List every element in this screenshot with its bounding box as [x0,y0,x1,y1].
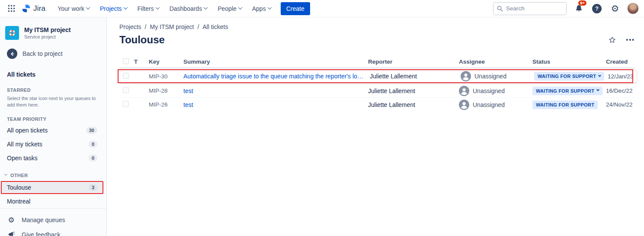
sidebar-item-toulouse[interactable]: Toulouse 3 [1,181,103,194]
starred-section-title: STARRED [0,80,106,94]
nav-item-people[interactable]: People [213,2,246,15]
nav-item-dashboards[interactable]: Dashboards [165,2,212,15]
create-button[interactable]: Create [281,2,310,15]
column-header-summary[interactable]: Summary [183,58,368,65]
nav-item-your-work[interactable]: Your work [53,2,94,15]
chevron-down-icon [596,88,599,91]
table-header-row: T Key Summary Reporter Assignee Status C… [119,55,635,68]
reporter-name: Juliette Lallement [370,73,461,80]
chevron-down-icon [598,74,601,77]
row-checkbox[interactable] [123,73,129,79]
column-header-assignee[interactable]: Assignee [459,58,532,65]
more-actions-button[interactable]: ••• [626,36,635,43]
column-header-reporter[interactable]: Reporter [368,58,459,65]
back-to-project-link[interactable]: Back to project [0,48,106,59]
gear-icon: ⚙ [7,217,16,224]
reporter-name: Juliette Lallement [368,87,459,94]
arrow-left-icon [7,48,17,59]
issue-summary-link[interactable]: test [183,87,368,94]
nav-item-projects[interactable]: Projects [96,2,131,15]
project-type: Service project [24,34,70,39]
sidebar-item-all-tickets[interactable]: All tickets [0,65,106,80]
user-avatar[interactable] [627,3,639,14]
count-badge: 0 [89,141,97,148]
notifications-button[interactable]: 9+ [573,3,585,15]
count-badge: 3 [89,184,97,191]
created-date: 16/Dec/22 [606,87,635,94]
tickets-table: T Key Summary Reporter Assignee Status C… [119,55,635,111]
count-badge: 30 [86,127,97,134]
table-row[interactable]: MIP-30 Automatically triage issue to the… [119,70,637,83]
queue-content: Projects / My ITSM project / All tickets… [107,17,644,236]
assignee-cell[interactable]: Unassigned [461,71,534,81]
other-section-toggle[interactable]: OTHER [0,165,106,181]
starred-empty-hint: Select the star icon next to your queues… [0,94,106,109]
jira-mark-icon [22,4,31,13]
breadcrumb: Projects / My ITSM project / All tickets [119,23,635,30]
unassigned-avatar-icon [459,86,469,96]
breadcrumb-all-tickets[interactable]: All tickets [202,23,228,30]
table-row[interactable]: MIP-28 test Juliette Lallement Unassigne… [119,84,635,97]
column-header-status[interactable]: Status [532,58,606,65]
chevron-down-icon [123,5,128,10]
issue-key[interactable]: MIP-30 [149,73,183,80]
team-priority-section-title: TEAM PRIORITY [0,109,106,123]
manage-queues-link[interactable]: ⚙ Manage queues [0,213,106,227]
search-box[interactable] [493,2,567,15]
project-header[interactable]: My ITSM project Service project [0,26,106,40]
settings-button[interactable]: ⚙ [609,3,621,15]
unassigned-avatar-icon [459,100,469,110]
chevron-down-icon [204,5,208,10]
jira-logo[interactable]: Jira [20,4,51,13]
issue-key[interactable]: MIP-28 [149,87,183,94]
column-header-created[interactable]: Created [606,58,635,65]
nav-item-apps[interactable]: Apps [248,2,276,15]
created-date: 24/Nov/22 [606,101,635,108]
row-checkbox[interactable] [123,101,129,107]
chevron-down-icon [238,5,242,10]
row-checkbox[interactable] [123,87,129,93]
search-input[interactable] [506,5,558,12]
assignee-cell[interactable]: Unassigned [459,86,532,96]
notification-count-badge: 9+ [578,0,586,6]
sidebar-footer: ⚙ Manage queues Give feedback [0,208,106,236]
question-mark-icon: ? [592,4,602,13]
sidebar-item-montreal[interactable]: Montreal [1,195,103,208]
reporter-name: Juliette Lallement [368,101,459,108]
gear-icon: ⚙ [611,4,619,13]
issue-summary-link[interactable]: test [183,101,368,108]
assignee-cell[interactable]: Unassigned [459,100,532,110]
give-feedback-link[interactable]: Give feedback [0,227,106,236]
queues-sidebar: My ITSM project Service project Back to … [0,17,107,236]
page-title: Toulouse [119,34,165,46]
table-row[interactable]: MIP-26 test Juliette Lallement Unassigne… [119,97,635,111]
sidebar-item-open-tasks[interactable]: Open tasks 0 [1,152,103,165]
breadcrumb-project-name[interactable]: My ITSM project [150,23,194,30]
sidebar-item-all-open-tickets[interactable]: All open tickets 30 [1,124,103,137]
top-navigation: Jira Your work Projects Filters Dashboar… [0,0,644,17]
chevron-down-icon [86,5,90,10]
issue-summary-link[interactable]: Automatically triage issue to the queue … [183,73,370,80]
project-avatar-lifebuoy-icon [5,26,19,40]
megaphone-icon [7,231,16,236]
sidebar-item-all-my-tickets[interactable]: All my tickets 0 [1,138,103,151]
unassigned-avatar-icon [461,71,471,81]
app-switcher-icon[interactable] [4,2,18,16]
status-label[interactable]: WAITING FOR SUPPORT [532,100,598,109]
count-badge: 0 [89,155,97,162]
issue-key[interactable]: MIP-26 [149,101,183,108]
chevron-down-icon [267,5,272,10]
select-all-checkbox[interactable] [123,58,129,64]
status-dropdown[interactable]: WAITING FOR SUPPORT [532,87,602,95]
favorite-star-icon[interactable] [608,36,616,44]
nav-item-filters[interactable]: Filters [133,2,163,15]
column-header-type[interactable]: T [134,58,149,65]
help-button[interactable]: ? [591,3,603,15]
created-date: 12/Jan/23 [608,73,637,80]
column-header-key[interactable]: Key [149,58,183,65]
jira-logo-text: Jira [33,4,45,13]
chevron-down-icon [4,172,7,175]
status-dropdown[interactable]: WAITING FOR SUPPORT [534,72,604,81]
grid-icon [8,5,15,12]
breadcrumb-projects[interactable]: Projects [119,23,141,30]
